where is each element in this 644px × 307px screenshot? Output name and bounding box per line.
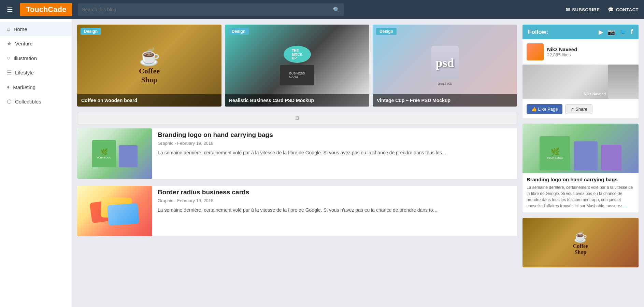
post-desc-cards: La semaine dernière, certainement volé p… (158, 207, 517, 214)
post-thumb-cards (77, 186, 152, 236)
subscribe-button[interactable]: ✉ SUBSCRIBE (566, 7, 600, 12)
contact-label: CONTACT (616, 7, 639, 12)
sidebar-item-lifestyle-label: Lifestyle (15, 70, 34, 75)
divider-bar: 🖼 (77, 112, 517, 124)
sidebar-item-marketing[interactable]: Marketing (0, 80, 72, 94)
post-title-bags: Branding logo on hand carrying bags (158, 131, 517, 139)
header-actions: ✉ SUBSCRIBE 💬 CONTACT (566, 7, 639, 12)
facebook-follow-icon[interactable]: f (631, 28, 633, 36)
list-item[interactable]: 🌿 YOUR LOGO Branding logo on hand carryi… (77, 128, 517, 179)
right-card-bags-image: 🌿 YOUR LOGO (523, 124, 639, 173)
search-input[interactable] (82, 7, 333, 12)
fb-name: Nikz Naveed (547, 46, 577, 52)
list-item[interactable]: Border radius business cards Graphic - F… (77, 186, 517, 236)
fb-actions: 👍 Like Page ↗ Share (523, 101, 639, 118)
sidebar-item-marketing-label: Marketing (13, 84, 35, 90)
fb-cover-image: Nikz Naveed (523, 65, 639, 99)
search-bar: 🔍 (78, 3, 344, 16)
post-title-cards: Border radius business cards (158, 189, 517, 196)
lifestyle-icon (7, 69, 12, 76)
marketing-icon (7, 84, 10, 90)
featured-card-vintage[interactable]: psd graphics Design Vintage Cup – Free P… (373, 25, 517, 107)
sidebar-item-collectibles-label: Collectibles (15, 99, 41, 104)
right-sidebar: Follow: ▶ 📷 🐦 f Nikz Naveed 22,885 likes (523, 25, 639, 302)
follow-bar: Follow: ▶ 📷 🐦 f (523, 25, 639, 39)
sidebar-item-collectibles[interactable]: Collectibles (0, 94, 72, 109)
divider-icon: 🖼 (295, 116, 299, 121)
right-card-coffee[interactable]: ☕ CoffeeShop (523, 218, 639, 267)
sidebar-item-illustration[interactable]: Illustration (0, 51, 72, 65)
sidebar-item-home-label: Home (14, 26, 27, 32)
design-badge-business: Design (228, 28, 249, 35)
featured-card-coffee[interactable]: ☕ CoffeeShop Design Coffee on wooden boa… (77, 25, 221, 107)
fb-cover-name-text: Nikz Naveed (584, 92, 606, 96)
post-desc-bags: La semaine dernière, certainement volé p… (158, 149, 517, 156)
fb-likes: 22,885 likes (547, 52, 577, 57)
design-badge-coffee: Design (81, 28, 101, 35)
read-more-link[interactable]: ... (624, 204, 627, 208)
sidebar-item-venture-label: Venture (15, 41, 33, 46)
featured-title-business: Realistic Business Card PSD Mockup (225, 94, 369, 107)
sidebar-item-lifestyle[interactable]: Lifestyle (0, 65, 72, 80)
follow-label: Follow: (528, 29, 548, 36)
instagram-icon[interactable]: 📷 (607, 28, 615, 36)
main-content: ☕ CoffeeShop Design Coffee on wooden boa… (72, 19, 644, 307)
search-icon: 🔍 (333, 6, 340, 13)
fb-cover-person (608, 65, 639, 99)
coffee-shop-text: CoffeeShop (139, 67, 160, 85)
twitter-icon[interactable]: 🐦 (619, 28, 627, 36)
content-feed: ☕ CoffeeShop Design Coffee on wooden boa… (77, 25, 517, 302)
featured-title-coffee: Coffee on wooden board (77, 94, 221, 107)
site-logo[interactable]: TouchCade (20, 3, 72, 16)
collectibles-icon (7, 98, 12, 105)
post-thumb-bags: 🌿 YOUR LOGO (77, 128, 152, 179)
venture-icon (7, 40, 12, 47)
right-card-bags-desc: La semaine dernière, certainement volé p… (527, 184, 634, 209)
psd-text: psd (435, 56, 454, 70)
contact-button[interactable]: 💬 CONTACT (608, 7, 639, 12)
right-card-bags-title: Branding logo on hand carrying bags (527, 177, 634, 182)
subscribe-label: SUBSCRIBE (572, 7, 600, 12)
main-layout: Home Venture Illustration Lifestyle Mark… (0, 19, 644, 307)
chat-icon: 💬 (608, 7, 614, 12)
post-content-cards: Border radius business cards Graphic - F… (158, 186, 517, 236)
post-content-bags: Branding logo on hand carrying bags Grap… (158, 128, 517, 179)
sidebar-item-venture[interactable]: Venture (0, 36, 72, 51)
right-card-bags-body: Branding logo on hand carrying bags La s… (523, 173, 639, 212)
coffee-cup-icon: ☕ (139, 47, 160, 67)
hamburger-menu-icon[interactable]: ☰ (5, 4, 14, 15)
sidebar-item-illustration-label: Illustration (14, 55, 37, 61)
fb-avatar (527, 43, 544, 60)
featured-row: ☕ CoffeeShop Design Coffee on wooden boa… (77, 25, 517, 107)
right-card-coffee-image: ☕ CoffeeShop (523, 218, 639, 267)
post-meta-bags: Graphic - February 19, 2018 (158, 141, 517, 146)
fb-info: Nikz Naveed 22,885 likes (547, 46, 577, 57)
post-meta-cards: Graphic - February 19, 2018 (158, 198, 517, 203)
envelope-icon: ✉ (566, 7, 570, 12)
fb-profile-row: Nikz Naveed 22,885 likes (523, 39, 639, 65)
home-icon (7, 26, 10, 32)
fb-share-button[interactable]: ↗ Share (565, 104, 592, 114)
right-card-bags[interactable]: 🌿 YOUR LOGO Branding logo on hand carryi… (523, 124, 639, 212)
illustration-icon (7, 55, 10, 61)
fb-like-button[interactable]: 👍 Like Page (527, 104, 562, 114)
header: ☰ TouchCade 🔍 ✉ SUBSCRIBE 💬 CONTACT (0, 0, 644, 19)
design-badge-vintage: Design (376, 28, 397, 35)
featured-card-business[interactable]: THEMOCKUP BUSINESSCARD Design Realistic … (225, 25, 369, 107)
youtube-icon[interactable]: ▶ (599, 28, 603, 36)
facebook-panel: Nikz Naveed 22,885 likes Nikz Naveed 👍 L… (523, 39, 639, 118)
sidebar: Home Venture Illustration Lifestyle Mark… (0, 19, 72, 307)
sidebar-item-home[interactable]: Home (0, 22, 72, 36)
social-icons: ▶ 📷 🐦 f (599, 28, 633, 36)
featured-title-vintage: Vintage Cup – Free PSD Mockup (373, 94, 517, 107)
